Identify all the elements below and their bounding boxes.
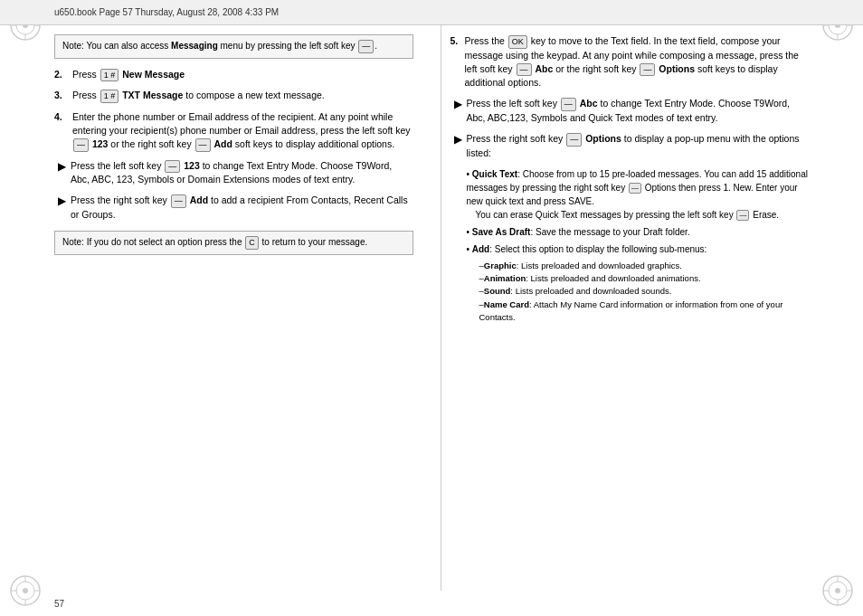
sub-sub-sound: –Sound: Lists preloaded and downloaded s… [479,285,810,298]
step-2-content: Press 1 # New Message [72,68,413,82]
key-c: C [245,236,259,250]
step-4-content: Enter the phone number or Email address … [72,110,413,152]
bullet-left-abc-content: Press the left soft key — Abc to change … [467,97,810,125]
step-5-content: Press the OK key to move to the Text fie… [465,34,810,90]
step-3-num: 3. [54,89,72,103]
bullet-arrow-4: ▶ [454,132,467,160]
key-dash-123b: — [165,160,180,174]
sub-item-add: • Add: Select this option to display the… [467,242,810,256]
bullet-right-options-content: Press the right soft key — Options to di… [467,132,810,160]
step-5-num: 5. [450,34,465,90]
left-column: Note: You can also access Messaging menu… [54,25,422,591]
header-bar: u650.book Page 57 Thursday, August 28, 2… [0,0,863,25]
left-soft-key-note: — [358,40,374,53]
step-2-num: 2. [54,68,72,82]
key-ok: OK [508,35,527,49]
bullet-right-options: ▶ Press the right soft key — Options to … [450,132,810,160]
sub-items-container: • Quick Text: Choose from up to 15 pre-l… [450,167,810,324]
sub-item-quick-text: • Quick Text: Choose from up to 15 pre-l… [467,167,810,222]
bullet-left-123: ▶ Press the left soft key — 123 to chang… [54,159,413,187]
step-4-num: 4. [54,110,72,152]
header-text: u650.book Page 57 Thursday, August 28, 2… [54,7,279,17]
bullet-right-add-content: Press the right soft key — Add to add a … [71,194,413,222]
sub-sub-animation: –Animation: Lists preloaded and download… [479,272,810,285]
corner-decoration-br [820,573,856,609]
bullet-arrow-1: ▶ [58,159,71,187]
key-dash-options2: — [566,133,582,147]
key-dash-add: — [195,138,211,152]
key-1hash-step3: 1 # [100,90,119,103]
svg-point-16 [23,588,28,593]
note-bottom-text: Note: If you do not select an option pre… [62,237,367,247]
bullet-left-abc: ▶ Press the left soft key — Abc to chang… [450,97,810,125]
sub-sub-items: –Graphic: Lists preloaded and downloaded… [467,260,810,324]
key-dash-options3: — [629,183,641,194]
step-3: 3. Press 1 # TXT Message to compose a ne… [54,89,413,103]
sub-item-save-draft: • Save As Draft: Save the message to you… [467,225,810,239]
step-4: 4. Enter the phone number or Email addre… [54,110,413,152]
main-content: Note: You can also access Messaging menu… [54,25,809,591]
corner-decoration-bl [7,573,43,609]
bullet-arrow-3: ▶ [454,97,467,125]
key-dash-add2: — [171,194,186,208]
bullet-arrow-2: ▶ [58,194,71,222]
sub-sub-graphic: –Graphic: Lists preloaded and downloaded… [479,260,810,272]
step-2: 2. Press 1 # New Message [54,68,413,82]
note-bottom: Note: If you do not select an option pre… [54,231,413,255]
sub-sub-namecard: –Name Card: Attach My Name Card informat… [479,299,810,325]
step-5: 5. Press the OK key to move to the Text … [450,34,810,90]
right-column: 5. Press the OK key to move to the Text … [441,25,810,591]
key-dash-123: — [73,138,89,152]
note-top: Note: You can also access Messaging menu… [54,34,413,59]
page-number: 57 [54,599,64,609]
note-top-text1: Note: You can also access Messaging menu… [62,41,377,51]
svg-point-23 [835,588,840,593]
step-3-content: Press 1 # TXT Message to compose a new t… [72,89,413,103]
key-dash-abc2: — [561,98,576,111]
key-dash-options: — [640,63,655,77]
key-dash-erase: — [736,210,749,221]
bullet-left-123-content: Press the left soft key — 123 to change … [71,159,413,187]
key-dash-abc: — [517,63,532,77]
key-1hash-step2: 1 # [100,69,119,82]
bullet-right-add: ▶ Press the right soft key — Add to add … [54,194,413,222]
